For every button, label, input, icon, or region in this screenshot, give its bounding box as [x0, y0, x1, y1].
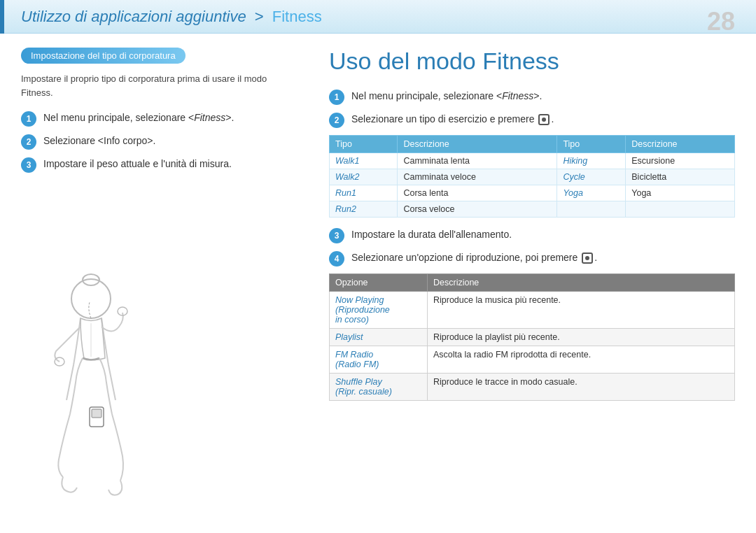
page-title: Uso del modo Fitness [329, 48, 735, 75]
option-now-playing: Now Playing(Riproduzionein corso) [330, 292, 428, 329]
exercise-table-header-4: Descrizione [626, 136, 735, 153]
svg-rect-5 [92, 409, 102, 418]
table-row: Now Playing(Riproduzionein corso) Riprod… [330, 292, 735, 329]
breadcrumb-current: Fitness [272, 8, 322, 25]
section-description: Impostare il proprio tipo di corporatura… [21, 72, 301, 99]
main-content: Impostazione del tipo di corporatura Imp… [0, 34, 756, 533]
right-step-2: 2 Selezionare un tipo di esercizio e pre… [329, 112, 735, 128]
table-cell-hiking: Hiking [557, 153, 626, 169]
step-text-3: Impostare il peso attuale e l'unità di m… [43, 157, 232, 171]
step-number-3: 3 [21, 157, 36, 173]
breadcrumb-main: Utilizzo di applicazioni aggiuntive [21, 8, 246, 25]
table-cell-walk2: Walk2 [330, 169, 398, 185]
table-cell-empty2 [626, 201, 735, 218]
header: Utilizzo di applicazioni aggiuntive > Fi… [0, 0, 756, 34]
header-accent-line [0, 0, 4, 34]
runner-illustration [14, 260, 168, 533]
table-cell-run2-desc: Corsa veloce [398, 201, 557, 218]
right-step-4: 4 Selezionare un'opzione di riproduzione… [329, 250, 735, 266]
right-step-3: 3 Impostare la durata dell'allenamento. [329, 227, 735, 243]
right-column: Uso del modo Fitness 1 Nel menu principa… [322, 34, 756, 533]
right-step-1: 1 Nel menu principale, selezionare <Fitn… [329, 89, 735, 105]
exercise-table-header-2: Descrizione [398, 136, 557, 153]
step-number-1: 1 [21, 111, 36, 127]
table-row: Shuffle Play(Ripr. casuale) Riproduce le… [330, 374, 735, 401]
table-cell-walk1-desc: Camminata lenta [398, 153, 557, 169]
option-table: Opzione Descrizione Now Playing(Riproduz… [329, 273, 735, 401]
button-icon-step4 [582, 253, 593, 264]
right-step-text-2: Selezionare un tipo di esercizio e preme… [351, 112, 554, 127]
table-cell-run1-desc: Corsa lenta [398, 185, 557, 201]
table-row: Run1 Corsa lenta Yoga Yoga [330, 185, 735, 201]
table-cell-run2: Run2 [330, 201, 398, 218]
option-table-header-1: Opzione [330, 274, 428, 292]
table-row: Run2 Corsa veloce [330, 201, 735, 218]
left-column: Impostazione del tipo di corporatura Imp… [0, 34, 322, 533]
option-playlist-desc: Riproduce la playlist più recente. [428, 329, 735, 346]
right-step-number-2: 2 [329, 113, 344, 128]
left-step-1: 1 Nel menu principale, selezionare <Fitn… [21, 111, 301, 127]
exercise-table-header-1: Tipo [330, 136, 398, 153]
option-shuffle-play-desc: Riproduce le tracce in modo casuale. [428, 374, 735, 401]
option-now-playing-desc: Riproduce la musica più recente. [428, 292, 735, 329]
button-icon-step2 [538, 114, 550, 125]
table-cell-run1: Run1 [330, 185, 398, 201]
table-cell-walk1: Walk1 [330, 153, 398, 169]
table-cell-cycle: Cycle [557, 169, 626, 185]
right-step-text-1: Nel menu principale, selezionare <Fitnes… [351, 89, 542, 104]
table-row: Walk1 Camminata lenta Hiking Escursione [330, 153, 735, 169]
option-table-header-2: Descrizione [428, 274, 735, 292]
option-shuffle-play: Shuffle Play(Ripr. casuale) [330, 374, 428, 401]
right-step-text-3: Impostare la durata dell'allenamento. [351, 227, 512, 242]
exercise-table-header-3: Tipo [557, 136, 626, 153]
table-cell-yoga-desc: Yoga [626, 185, 735, 201]
left-step-2: 2 Selezionare <Info corpo>. [21, 134, 301, 150]
right-step-number-1: 1 [329, 90, 344, 105]
step-text-1: Nel menu principale, selezionare <Fitnes… [43, 111, 234, 125]
breadcrumb: Utilizzo di applicazioni aggiuntive > Fi… [21, 8, 322, 26]
right-step-text-4: Selezionare un'opzione di riproduzione, … [351, 250, 597, 265]
right-step-number-3: 3 [329, 228, 344, 243]
table-row: Playlist Riproduce la playlist più recen… [330, 329, 735, 346]
table-cell-cycle-desc: Bicicletta [626, 169, 735, 185]
option-fm-radio: FM Radio(Radio FM) [330, 346, 428, 374]
option-playlist: Playlist [330, 329, 428, 346]
table-row: FM Radio(Radio FM) Ascolta la radio FM r… [330, 346, 735, 374]
option-fm-radio-desc: Ascolta la radio FM riprodotta di recent… [428, 346, 735, 374]
right-step-number-4: 4 [329, 251, 344, 266]
table-cell-yoga: Yoga [557, 185, 626, 201]
breadcrumb-separator: > [255, 8, 264, 25]
left-step-3: 3 Impostare il peso attuale e l'unità di… [21, 157, 301, 173]
step-text-2: Selezionare <Info corpo>. [43, 134, 155, 148]
table-cell-empty1 [557, 201, 626, 218]
runner-svg [14, 260, 168, 533]
section-label: Impostazione del tipo di corporatura [21, 48, 186, 64]
table-cell-walk2-desc: Camminata veloce [398, 169, 557, 185]
step-number-2: 2 [21, 134, 36, 150]
table-cell-hiking-desc: Escursione [626, 153, 735, 169]
page-number: 28 [707, 7, 735, 36]
exercise-table: Tipo Descrizione Tipo Descrizione Walk1 … [329, 135, 735, 218]
table-row: Walk2 Camminata veloce Cycle Bicicletta [330, 169, 735, 185]
